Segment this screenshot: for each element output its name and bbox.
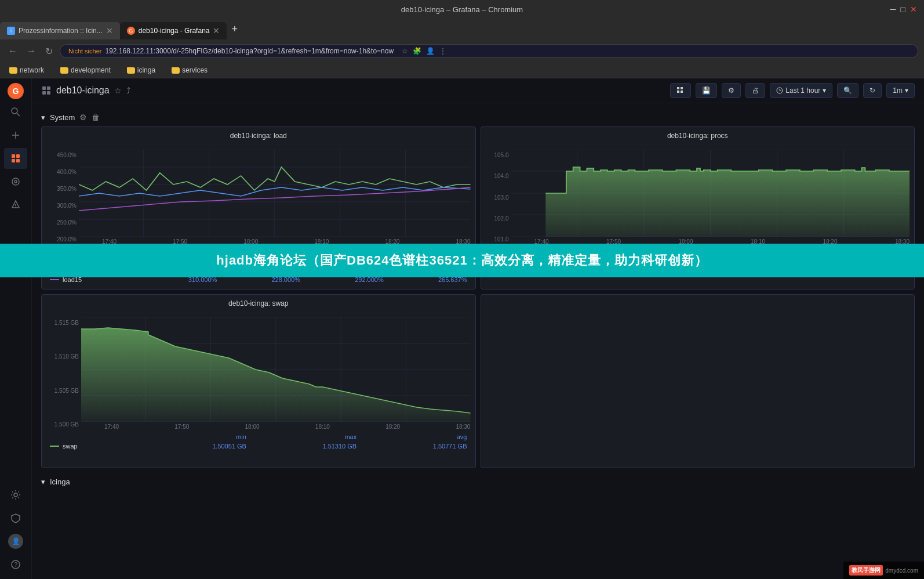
svg-rect-20: [677, 91, 679, 93]
section-gear-icon[interactable]: ⚙: [79, 113, 87, 122]
chevron-down-icon: ▾: [823, 86, 826, 95]
svg-rect-4: [12, 154, 15, 158]
y-swap-1: 1.515 GB: [46, 320, 79, 326]
address-input[interactable]: Nicht sicher 192.168.122.11:3000/d/-25hq…: [60, 44, 918, 58]
y-label-load-1: 450.0%: [46, 152, 77, 158]
svg-rect-21: [681, 87, 683, 89]
close-icon[interactable]: ✕: [910, 5, 917, 14]
y-swap-4: 1.500 GB: [46, 421, 79, 428]
sidebar-item-alerting[interactable]: [4, 194, 27, 215]
back-button[interactable]: ←: [6, 44, 20, 59]
main-app: G 👤 ?: [0, 78, 924, 579]
panels-row-2: deb10-icinga: swap 1.515 GB 1.510 GB 1.5…: [41, 294, 915, 468]
section-icinga[interactable]: ▾ Icinga: [41, 473, 915, 491]
sidebar-item-add[interactable]: [4, 125, 27, 146]
y-label-load-6: 200.0%: [46, 236, 77, 243]
minimize-icon[interactable]: ─: [890, 5, 896, 14]
load15-legend-line: [50, 279, 59, 280]
chevron-down-2-icon: ▾: [905, 86, 908, 95]
svg-rect-17: [42, 91, 46, 95]
section-system[interactable]: ▾ System ⚙ 🗑: [41, 108, 915, 126]
bookmark-label-icinga: icinga: [137, 66, 155, 74]
svg-line-1: [17, 113, 20, 116]
load-chart: [79, 150, 471, 237]
swap-min: 1.50051 GB: [140, 442, 250, 451]
sidebar-item-explore[interactable]: [4, 171, 27, 192]
tab-favicon-1: i: [7, 27, 15, 35]
panel-swap-body: 1.515 GB 1.510 GB 1.505 GB 1.500 GB: [42, 313, 475, 455]
panel-load-title: deb10-icinga: load: [42, 127, 475, 145]
panel-edit-btn[interactable]: [670, 83, 691, 98]
panel-edit-icon: [676, 86, 685, 95]
grafana-logo[interactable]: G: [8, 83, 24, 99]
tab-grafana[interactable]: G deb10-icinga - Grafana ✕: [120, 22, 227, 39]
section-arrow-icon: ▾: [41, 113, 45, 122]
clock-icon: [776, 87, 783, 94]
y-swap-3: 1.505 GB: [46, 388, 79, 394]
reload-button[interactable]: ↻: [43, 44, 55, 59]
y-procs-2: 104.0: [486, 173, 509, 179]
dashboard-title: deb10-icinga: [56, 85, 110, 96]
folder-icon-dev: [60, 67, 68, 74]
tab-close-2[interactable]: ✕: [213, 26, 220, 35]
new-tab-button[interactable]: +: [227, 23, 242, 35]
folder-icon-icinga: [127, 67, 135, 74]
bookmark-label-network: network: [20, 66, 44, 74]
sidebar-item-settings[interactable]: [4, 484, 27, 505]
time-picker[interactable]: Last 1 hour ▾: [770, 83, 832, 98]
panel-procs-title: deb10-icinga: procs: [481, 127, 915, 145]
settings-btn[interactable]: ⚙: [722, 83, 741, 98]
svg-rect-6: [12, 159, 15, 162]
tab-close-1[interactable]: ✕: [106, 26, 113, 35]
y-procs-4: 102.0: [486, 215, 509, 222]
bookmark-label-services: services: [182, 66, 208, 74]
svg-rect-15: [42, 86, 46, 90]
profile-icon[interactable]: 👤: [426, 47, 435, 55]
zoom-out-btn[interactable]: 🔍: [837, 83, 858, 98]
bookmark-network[interactable]: network: [6, 65, 48, 75]
print-btn[interactable]: 🖨: [745, 83, 765, 98]
forward-button[interactable]: →: [24, 44, 38, 59]
refresh-interval[interactable]: 1m ▾: [886, 83, 915, 98]
sidebar-item-dashboards[interactable]: [4, 148, 27, 169]
tab-prozessinformation[interactable]: i Prozessinformation :: Icin... ✕: [0, 22, 120, 39]
section-icinga-title: Icinga: [50, 477, 70, 486]
bookmark-development[interactable]: development: [57, 65, 114, 75]
bookmark-star[interactable]: ☆: [402, 47, 408, 55]
swap-avg: 1.50771 GB: [360, 442, 470, 451]
procs-chart: [511, 150, 910, 237]
table-row: swap 1.50051 GB 1.51310 GB 1.50771 GB: [46, 442, 471, 451]
swap-col-min: min: [140, 432, 250, 442]
svg-rect-19: [677, 87, 679, 89]
svg-rect-22: [681, 91, 683, 93]
dashboard-icon: [41, 85, 52, 96]
bookmark-icinga[interactable]: icinga: [123, 65, 159, 75]
svg-rect-16: [47, 86, 50, 90]
svg-point-12: [14, 493, 17, 497]
folder-icon-services: [172, 67, 180, 74]
dashboard-content: ▾ System ⚙ 🗑 deb10-icinga: load 450.0%: [32, 103, 924, 495]
tab-label-1: Prozessinformation :: Icin...: [19, 27, 103, 35]
star-icon[interactable]: ☆: [114, 86, 122, 95]
svg-point-8: [12, 178, 19, 185]
sidebar-item-help[interactable]: ?: [4, 554, 27, 575]
bookmark-services[interactable]: services: [168, 65, 211, 75]
svg-point-0: [12, 108, 17, 114]
time-picker-label: Last 1 hour: [785, 86, 820, 95]
section-trash-icon[interactable]: 🗑: [92, 113, 100, 122]
swap-col-max: max: [250, 432, 360, 442]
panel-empty-right: [481, 294, 915, 468]
save-btn[interactable]: 💾: [696, 83, 717, 98]
sidebar-item-shield[interactable]: [4, 508, 27, 529]
extensions-icon[interactable]: 🧩: [413, 47, 421, 55]
watermark-url: dmydcd.com: [885, 567, 918, 574]
y-swap-2: 1.510 GB: [46, 353, 79, 360]
sidebar-item-search[interactable]: [4, 102, 27, 122]
menu-icon[interactable]: ⋮: [439, 47, 446, 55]
refresh-btn[interactable]: ↻: [863, 83, 882, 98]
maximize-icon[interactable]: □: [901, 5, 905, 14]
share-icon[interactable]: ⤴: [126, 86, 130, 95]
panel-swap: deb10-icinga: swap 1.515 GB 1.510 GB 1.5…: [41, 294, 476, 468]
sidebar-item-user[interactable]: 👤: [4, 531, 27, 552]
swap-label: swap: [63, 443, 78, 450]
